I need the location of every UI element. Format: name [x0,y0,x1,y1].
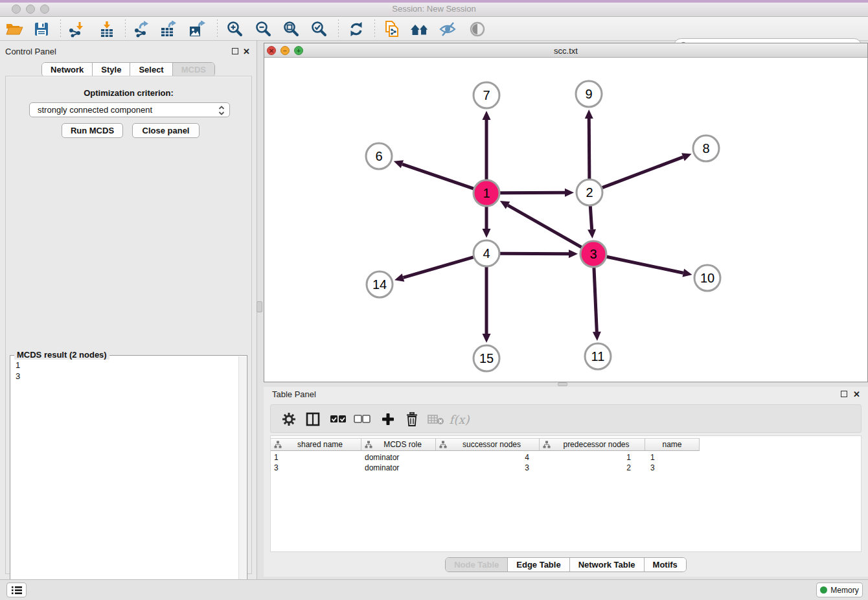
graph-edge[interactable] [483,207,491,238]
tab-style[interactable]: Style [93,63,130,76]
cell-shared-name: 3 [271,463,361,474]
result-scrollbar[interactable] [238,356,246,599]
horizontal-splitter-handle[interactable] [558,382,567,386]
svg-text:7: 7 [483,88,490,102]
zoom-in-button[interactable] [223,19,246,40]
eye-icon [469,21,486,38]
zoom-selected-button[interactable] [308,19,330,40]
graph-edge[interactable] [483,267,491,343]
tab-node-table[interactable]: Node Table [446,558,508,571]
export-table-icon [160,21,178,38]
graph-node[interactable]: 11 [585,343,611,369]
vertical-splitter-handle[interactable] [257,301,262,312]
table-row[interactable]: 3 dominator 3 2 3 [271,463,700,474]
graph-edge[interactable] [500,189,574,197]
table-panel-float-icon[interactable] [841,391,847,397]
column-header-successor-nodes[interactable]: successor nodes [436,439,540,450]
svg-text:9: 9 [585,87,592,101]
graph-node[interactable]: 8 [693,135,719,161]
import-network-button[interactable] [65,19,87,40]
graph-node[interactable]: 15 [474,345,499,371]
show-columns-button[interactable] [303,410,323,429]
graph-node[interactable]: 10 [694,265,720,291]
cell-name: 3 [645,463,700,474]
tab-network-table[interactable]: Network Table [570,558,645,571]
deselect-all-button[interactable] [352,410,372,429]
task-history-button[interactable] [6,583,27,597]
column-header-shared-name[interactable]: shared name [271,439,361,450]
select-all-button[interactable] [328,410,348,429]
checked-boxes-icon [330,415,347,424]
status-bar: Memory [0,579,868,600]
tab-select[interactable]: Select [130,63,172,76]
graph-node[interactable]: 9 [576,81,602,107]
export-image-button[interactable] [187,19,209,40]
cell-mcds-role: dominator [361,453,436,463]
fx-icon: f(x) [450,413,470,426]
node-table: shared name MCDS role successor nodes pr… [270,435,862,552]
tab-motifs[interactable]: Motifs [645,558,686,571]
graph-edge[interactable] [593,268,601,341]
show-graphics-button[interactable] [466,19,488,40]
svg-text:4: 4 [483,246,490,260]
delete-table-button[interactable] [426,410,446,429]
svg-text:11: 11 [591,349,605,363]
column-header-mcds-role[interactable]: MCDS role [361,439,436,450]
table-panel-title: Table Panel [272,389,316,399]
zoom-out-button[interactable] [252,19,274,40]
open-session-button[interactable] [3,19,25,40]
tab-edge-table[interactable]: Edge Table [508,558,569,571]
network-graph[interactable]: 7968124314101511 [264,58,867,382]
clone-network-button[interactable] [381,19,403,40]
export-table-button[interactable] [158,19,180,40]
refresh-icon [348,21,365,38]
tab-mcds[interactable]: MCDS [173,63,214,76]
graph-edge[interactable] [500,201,582,248]
zoom-fit-button[interactable] [280,19,302,40]
column-settings-button[interactable] [279,410,299,429]
graph-edge[interactable] [585,110,593,179]
graph-node[interactable]: 14 [367,271,393,297]
graph-node[interactable]: 7 [474,82,499,108]
graph-edge[interactable] [500,249,578,258]
export-network-button[interactable] [131,19,153,40]
cell-successor-nodes: 3 [436,463,540,474]
tab-network[interactable]: Network [42,63,93,76]
home-button[interactable] [409,19,431,40]
hide-graphics-button[interactable] [437,19,459,40]
graph-node[interactable]: 1 [474,180,499,206]
graph-edge[interactable] [588,206,596,238]
table-toolbar: f(x) [270,404,862,433]
delete-row-button[interactable] [402,410,422,429]
import-table-button[interactable] [96,19,118,40]
table-panel-close-icon[interactable]: ✕ [853,391,860,398]
clone-network-icon [383,20,400,38]
graph-edge[interactable] [607,257,692,277]
graph-node[interactable]: 3 [580,241,606,267]
graph-edge[interactable] [483,111,491,179]
graph-edge[interactable] [602,153,692,187]
close-panel-button[interactable]: Close panel [132,123,200,138]
svg-text:15: 15 [479,351,494,365]
function-builder-button[interactable]: f(x) [450,410,469,429]
cell-mcds-role: dominator [361,463,436,474]
graph-node[interactable]: 2 [577,179,602,205]
home-icon [409,21,430,37]
run-mcds-button[interactable]: Run MCDS [62,123,123,138]
column-header-name[interactable]: name [645,439,700,450]
graph-edge[interactable] [394,257,474,282]
graph-node[interactable]: 6 [366,143,392,169]
memory-button[interactable]: Memory [816,583,863,597]
control-panel-float-icon[interactable] [232,48,238,54]
svg-text:8: 8 [702,141,709,156]
zoom-selected-icon [310,21,327,38]
refresh-layout-button[interactable] [345,19,367,40]
graph-edge[interactable] [394,160,474,189]
optimization-criterion-select[interactable]: strongly connected component [29,102,230,117]
save-session-button[interactable] [30,19,52,40]
column-header-predecessor-nodes[interactable]: predecessor nodes [540,439,645,450]
add-row-button[interactable] [378,410,398,429]
graph-node[interactable]: 4 [474,240,499,266]
control-panel-close-icon[interactable]: ✕ [243,48,250,56]
table-row[interactable]: 1 dominator 4 1 1 [271,453,700,463]
